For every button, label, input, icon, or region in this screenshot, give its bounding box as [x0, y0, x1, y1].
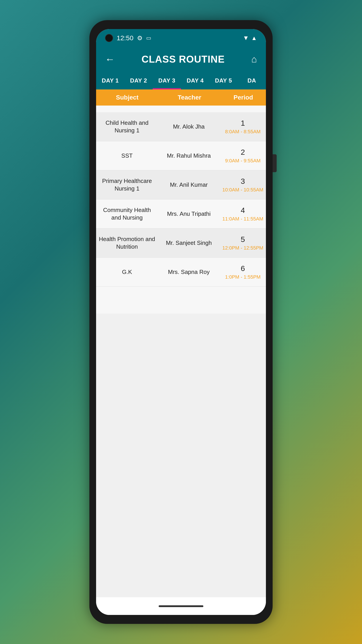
cell-subject-2: SST	[96, 141, 158, 170]
cell-subject-4: Community Health and Nursing	[96, 200, 158, 228]
cell-period-2: 2 9:0AM - 9:55AM	[220, 141, 266, 170]
period-time-3: 10:0AM - 10:55AM	[222, 187, 263, 193]
status-left: 12:50 ⚙ ▭	[105, 34, 151, 42]
period-time-4: 11:0AM - 11:55AM	[222, 216, 263, 222]
period-time-2: 9:0AM - 9:55AM	[225, 158, 261, 164]
cell-teacher-1: Mr. Alok Jha	[158, 112, 220, 141]
period-number-4: 4	[241, 206, 245, 215]
camera-icon	[105, 34, 113, 42]
period-time-5: 12:0PM - 12:55PM	[222, 245, 263, 251]
table-body: Child Health and Nursing 1 Mr. Alok Jha …	[96, 106, 266, 597]
period-number-6: 6	[241, 264, 245, 273]
table-row: G.K Mrs. Sapna Roy 6 1:0PM - 1:55PM	[96, 258, 266, 287]
tab-day5[interactable]: DAY 5	[209, 72, 238, 90]
cell-subject-1: Child Health and Nursing 1	[96, 112, 158, 141]
status-bar: 12:50 ⚙ ▭ ▼ ▲	[96, 29, 266, 47]
cell-teacher-2: Mr. Rahul Mishra	[158, 141, 220, 170]
cell-period-5: 5 12:0PM - 12:55PM	[220, 228, 266, 258]
period-number-1: 1	[241, 119, 245, 128]
table-row: Child Health and Nursing 1 Mr. Alok Jha …	[96, 112, 266, 141]
cell-period-1: 1 8:0AM - 8:55AM	[220, 112, 266, 141]
day-tabs: DAY 1 DAY 2 DAY 3 DAY 4 DAY 5 DA	[96, 72, 266, 90]
period-time-1: 8:0AM - 8:55AM	[225, 129, 261, 134]
tab-day6[interactable]: DA	[238, 72, 266, 90]
col-header-period: Period	[221, 94, 266, 101]
cell-period-3: 3 10:0AM - 10:55AM	[220, 170, 266, 199]
period-number-5: 5	[241, 235, 245, 244]
signal-icon: ▲	[251, 35, 257, 42]
tab-day4[interactable]: DAY 4	[181, 72, 209, 90]
cell-subject-3: Primary Healthcare Nursing 1	[96, 170, 158, 199]
period-number-3: 3	[241, 177, 245, 186]
spacer	[96, 106, 266, 112]
table-row: Community Health and Nursing Mrs. Anu Tr…	[96, 200, 266, 228]
cell-period-4: 4 11:0AM - 11:55AM	[220, 200, 266, 228]
home-indicator	[159, 605, 203, 607]
cell-teacher-3: Mr. Anil Kumar	[158, 170, 220, 199]
cell-subject-5: Health Promotion and Nutrition	[96, 228, 158, 258]
cell-teacher-4: Mrs. Anu Tripathi	[158, 200, 220, 228]
cell-teacher-5: Mr. Sanjeet Singh	[158, 228, 220, 258]
cell-teacher-6: Mrs. Sapna Roy	[158, 258, 220, 286]
page-title: CLASS ROUTINE	[141, 54, 225, 65]
side-button	[273, 154, 277, 172]
wifi-icon: ▼	[243, 34, 249, 42]
status-time: 12:50	[117, 34, 133, 42]
cell-subject-6: G.K	[96, 258, 158, 286]
tab-day1[interactable]: DAY 1	[96, 72, 124, 90]
bottom-spacer	[96, 287, 266, 314]
back-button[interactable]: ←	[105, 54, 115, 64]
status-icons: ▼ ▲	[243, 34, 257, 42]
col-header-teacher: Teacher	[158, 94, 221, 101]
table-row: SST Mr. Rahul Mishra 2 9:0AM - 9:55AM	[96, 141, 266, 170]
bottom-bar	[96, 597, 266, 615]
tab-day3[interactable]: DAY 3	[153, 72, 181, 90]
tab-day2[interactable]: DAY 2	[124, 72, 153, 90]
app-header: ← CLASS ROUTINE ⌂	[96, 47, 266, 72]
phone-screen: 12:50 ⚙ ▭ ▼ ▲ ← CLASS ROUTINE ⌂ DAY 1 DA…	[96, 29, 266, 615]
table-row: Primary Healthcare Nursing 1 Mr. Anil Ku…	[96, 170, 266, 200]
period-number-2: 2	[241, 148, 245, 156]
table-row: Health Promotion and Nutrition Mr. Sanje…	[96, 228, 266, 258]
cell-period-6: 6 1:0PM - 1:55PM	[220, 258, 266, 286]
col-header-subject: Subject	[96, 94, 158, 101]
period-time-6: 1:0PM - 1:55PM	[225, 274, 261, 280]
phone-frame: 12:50 ⚙ ▭ ▼ ▲ ← CLASS ROUTINE ⌂ DAY 1 DA…	[89, 20, 273, 624]
column-headers: Subject Teacher Period	[96, 90, 266, 106]
sd-card-icon: ▭	[146, 35, 151, 41]
home-button[interactable]: ⌂	[251, 54, 257, 64]
settings-icon: ⚙	[137, 34, 143, 42]
